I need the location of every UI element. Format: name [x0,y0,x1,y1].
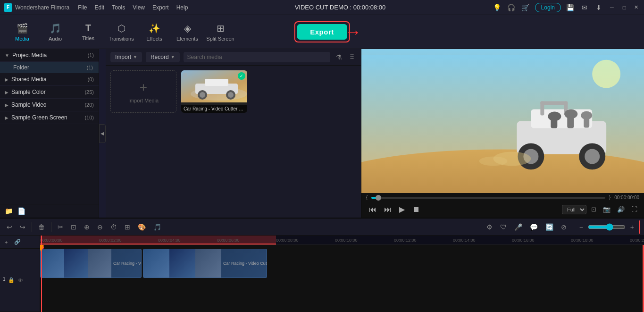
prev-frame-button[interactable]: ⏭ [381,204,394,215]
scrubber-handle[interactable] [376,195,381,201]
timeline-panel: ↩ ↪ 🗑 ✂ ⊡ ⊕ ⊖ ⏱ ⊞ 🎨 🎵 ⚙ 🛡 🎤 💬 🔄 ⊘ − + [0,218,644,312]
media-replace-button[interactable]: 🔄 [543,222,556,232]
close-button[interactable]: ✕ [633,4,640,11]
scrubber-track[interactable] [371,197,605,199]
play-button[interactable]: ▶ [396,204,408,215]
headphone-icon[interactable]: 🎧 [507,3,516,12]
toolbar-media[interactable]: 🎬 Media [6,18,39,46]
preview-panel: { } 00:00:00:00 ⏮ ⏭ ▶ ⏹ Full [361,49,644,218]
ruler-marker-4: 00:00:08:00 [276,238,299,243]
mic-button[interactable]: 🎤 [511,222,525,232]
volume-button[interactable]: 🔊 [615,205,627,214]
menu-edit[interactable]: Edit [95,4,105,11]
toolbar-transitions[interactable]: ⬡ Transitions [105,18,138,46]
svg-rect-24 [584,116,589,128]
fullscreen-preview-button[interactable]: ⊡ [589,205,598,214]
zoom-plus-button[interactable]: + [627,222,637,232]
toolbar-media-label: Media [15,36,29,42]
subtitles-button[interactable]: 💬 [527,222,541,232]
filter-button[interactable]: ⚗ [334,52,344,62]
new-folder-button[interactable]: 📁 [5,207,13,215]
menu-view[interactable]: View [133,4,145,11]
toolbar-elements[interactable]: ◈ Elements [171,18,204,46]
toolbar-audio[interactable]: 🎵 Audio [39,18,72,46]
import-button[interactable]: Import ▼ [110,52,142,62]
left-panel: ▼ Project Media (1) Folder (1) ▶ Shared … [0,49,99,218]
save-icon[interactable]: 💾 [566,3,575,12]
video-clip-2[interactable]: Car Racing - Video Cutter Demo [143,249,267,278]
sidebar-section-sample-color[interactable]: ▶ Sample Color (25) [0,86,99,99]
snapshot-button[interactable]: 📷 [601,205,612,214]
track-visible-button[interactable]: 👁 [17,277,24,284]
menu-export[interactable]: Export [152,4,169,11]
toolbar-audio-label: Audio [49,36,62,42]
project-media-label: Project Media [12,52,47,59]
toolbar-effects[interactable]: ✨ Effects [138,18,171,46]
toolbar-titles[interactable]: T Titles [72,18,105,46]
toolbar-separator-3 [573,222,573,232]
sidebar-section-sample-video[interactable]: ▶ Sample Video (20) [0,99,99,111]
time-start-badge: { [366,195,368,200]
sidebar-section-project-media[interactable]: ▼ Project Media (1) [0,49,99,62]
collapse-panel-button[interactable]: ◀ [99,124,106,143]
speed-button[interactable]: ⏱ [108,222,120,232]
clip1-thumb1 [41,249,64,278]
shield-button[interactable]: 🛡 [497,222,510,232]
export-button[interactable]: Export [297,24,347,40]
cut-button[interactable]: ✂ [55,222,66,232]
expand-button[interactable]: ⛶ [629,205,639,214]
record-button[interactable]: Record ▼ [146,52,180,62]
lightbulb-icon[interactable]: 💡 [493,3,502,12]
zoom-minus-button[interactable]: − [577,222,586,232]
color-button[interactable]: 🎨 [135,222,149,232]
clip1-thumb3 [88,249,111,278]
grid-view-button[interactable]: ⠿ [348,52,356,62]
settings-button[interactable]: ⚙ [484,222,495,232]
step-back-button[interactable]: ⏮ [366,204,379,215]
timeline-tracks-area: 00:00:00:00 00:00:02:00 00:00:04:00 00:0… [40,236,644,312]
stop-button[interactable]: ⏹ [410,204,423,215]
toolbar-split-screen[interactable]: ⊞ Split Screen [204,18,237,46]
redo-button[interactable]: ↪ [17,222,28,232]
link-button[interactable]: 🔗 [12,238,23,245]
split-audio-button[interactable]: ⊘ [558,222,569,232]
record-chevron-icon: ▼ [171,55,175,59]
delete-button[interactable]: 🗑 [35,222,48,232]
new-sequence-button[interactable]: 📄 [17,207,25,215]
time-end-badge: } [609,195,611,200]
svg-rect-18 [540,101,568,105]
undo-button[interactable]: ↩ [4,222,15,232]
clip1-thumb2 [64,249,88,278]
mail-icon[interactable]: ✉ [580,3,589,12]
menu-tools[interactable]: Tools [112,4,125,11]
menu-file[interactable]: File [78,4,87,11]
media-content-panel: Import ▼ Record ▼ ⚗ ⠿ + Import Media [106,49,361,218]
sidebar-section-shared-media[interactable]: ▶ Shared Media (0) [0,73,99,86]
track-lock-button[interactable]: 🔒 [7,277,16,284]
sidebar-section-sample-green[interactable]: ▶ Sample Green Screen (10) [0,111,99,124]
toolbar-separator-2 [51,222,51,232]
audio-mix-button[interactable]: 🎵 [151,222,164,232]
sidebar-item-folder[interactable]: Folder (1) [0,62,99,73]
maximize-button[interactable]: □ [620,4,628,11]
import-media-placeholder[interactable]: + Import Media [110,70,176,113]
add-track-button[interactable]: + [3,239,9,245]
svg-rect-22 [567,114,574,128]
crop-button[interactable]: ⊡ [68,222,79,232]
zoom-out-button[interactable]: ⊖ [94,222,106,232]
media-grid: + Import Media ✓ ⊞ [106,66,361,118]
zoom-slider[interactable] [588,223,626,231]
login-button[interactable]: Login [535,3,561,12]
zoom-in-button[interactable]: ⊕ [81,222,92,232]
collapse-arrow-shared: ▶ [5,77,8,82]
download-icon[interactable]: ⬇ [594,3,603,12]
media-item-car-racing[interactable]: ✓ ⊞ Car Racing - Video Cutter Demo [181,70,247,113]
fit-button[interactable]: ⊞ [122,222,133,232]
quality-selector[interactable]: Full [562,205,586,214]
search-input[interactable] [184,52,330,62]
minimize-button[interactable]: ─ [608,4,616,11]
menu-help[interactable]: Help [176,4,188,11]
video-clip-1[interactable]: Car Racing - Video Cutter Demo [40,249,142,278]
video-type-icon: ⊞ [183,72,187,77]
cart-icon[interactable]: 🛒 [521,3,530,12]
